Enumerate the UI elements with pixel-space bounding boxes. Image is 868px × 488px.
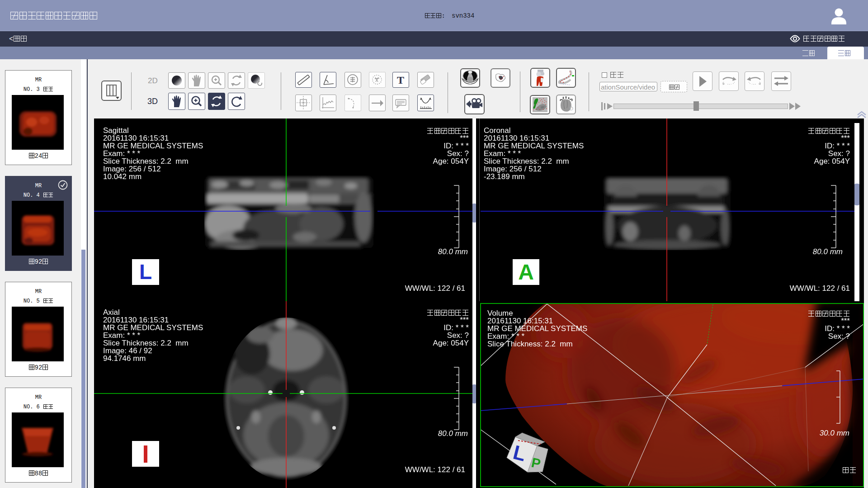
svg-text:D: D: [570, 106, 573, 111]
svg-text:T: T: [397, 74, 404, 86]
